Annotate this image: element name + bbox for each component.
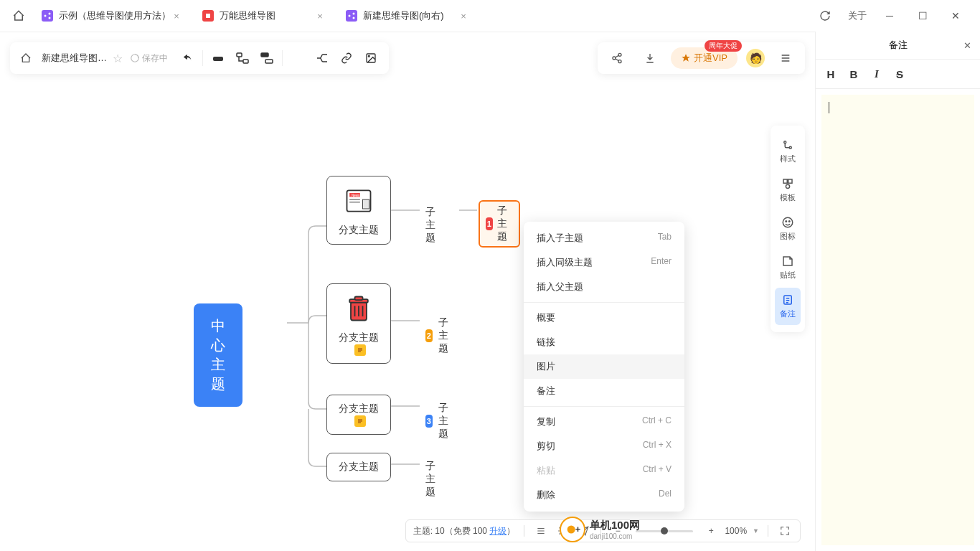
strike-button[interactable]: S: [889, 64, 910, 84]
separator: [524, 406, 684, 407]
menu-summary[interactable]: 概要: [524, 306, 684, 330]
tab-list: 示例（思维导图使用方法） × 万能思维导图 × 新建思维导图(向右) ×: [32, 0, 815, 32]
maximize-button[interactable]: ☐: [913, 6, 933, 26]
branch-label: 分支主题: [339, 331, 379, 343]
vip-button[interactable]: 开通VIP 周年大促: [671, 47, 738, 69]
menu-copy[interactable]: 复制Ctrl + C: [524, 410, 684, 434]
image-button[interactable]: [359, 46, 383, 70]
sub-node-4[interactable]: 子主题: [420, 457, 441, 501]
separator: [202, 50, 203, 66]
home-button[interactable]: [6, 3, 32, 29]
sidebar-item-style[interactable]: 样式: [775, 133, 801, 170]
svg-rect-31: [363, 199, 369, 209]
app-icon: [202, 10, 214, 22]
watermark-text-group: 单机100网 danji100.com: [590, 519, 640, 540]
menu-insert-child[interactable]: 插入子主题Tab: [524, 226, 684, 250]
svg-point-4: [353, 13, 355, 15]
fullscreen-button[interactable]: [777, 523, 793, 539]
central-node[interactable]: 中心主题: [194, 303, 242, 407]
heading-button[interactable]: H: [820, 64, 842, 84]
node-button[interactable]: [206, 46, 230, 70]
relation-button[interactable]: [286, 46, 310, 70]
tab-label: 新建思维导图(向右): [363, 9, 444, 22]
menu-cut[interactable]: 剪切Ctrl + X: [524, 434, 684, 458]
tab-new-mindmap[interactable]: 新建思维导图(向右) ×: [336, 3, 479, 29]
sidebar-item-icon[interactable]: 图标: [775, 210, 801, 248]
menu-button[interactable]: [773, 46, 798, 70]
menu-delete[interactable]: 删除Del: [524, 483, 684, 507]
sub-label: 子主题: [425, 206, 435, 245]
close-icon[interactable]: ×: [171, 10, 182, 22]
menu-paste[interactable]: 粘贴Ctrl + V: [524, 458, 684, 483]
bold-button[interactable]: B: [843, 64, 864, 84]
doc-title[interactable]: 新建思维导图(向...: [42, 52, 110, 65]
sidebar-item-label: 样式: [780, 154, 796, 164]
sub-node-3[interactable]: 3 子主题: [420, 399, 460, 443]
vip-badge: 周年大促: [705, 40, 742, 52]
sibling-node-button[interactable]: [255, 46, 279, 70]
home-icon[interactable]: [16, 48, 36, 68]
note-indicator-icon[interactable]: [354, 344, 366, 356]
context-menu: 插入子主题Tab 插入同级主题Enter 插入父主题 概要 链接 图片 备注 复…: [524, 222, 684, 512]
svg-point-21: [786, 184, 789, 188]
share-button[interactable]: [605, 46, 629, 70]
zoom-handle[interactable]: [661, 527, 668, 534]
link-button[interactable]: [334, 46, 359, 70]
save-status: 保存中: [130, 52, 168, 65]
svg-rect-11: [265, 60, 273, 63]
menu-link[interactable]: 链接: [524, 330, 684, 354]
sub-node-2[interactable]: 2 子主题: [420, 314, 460, 358]
toolbar-right: 开通VIP 周年大促 🧑: [598, 42, 805, 74]
badge-3: 3: [425, 415, 433, 428]
tab-example[interactable]: 示例（思维导图使用方法） ×: [32, 3, 192, 29]
minimize-button[interactable]: ─: [880, 6, 900, 26]
download-button[interactable]: [638, 46, 662, 70]
branch-node-4[interactable]: 分支主题: [326, 453, 391, 481]
outline-button[interactable]: [533, 523, 549, 539]
chevron-down-icon[interactable]: ▼: [753, 527, 759, 534]
svg-rect-34: [355, 297, 363, 301]
sub-node-1[interactable]: 子主题: [420, 203, 441, 248]
window-controls: 关于 ─ ☐ ✕: [815, 6, 974, 26]
avatar[interactable]: 🧑: [746, 49, 765, 67]
canvas[interactable]: 新建思维导图(向... ☆ 保存中 开通VIP 周年大促 🧑: [0, 32, 815, 551]
branch-node-1[interactable]: News 分支主题: [326, 176, 391, 245]
sub-label: 子主题: [497, 204, 513, 243]
close-icon[interactable]: ×: [458, 10, 469, 22]
svg-rect-20: [788, 179, 792, 183]
note-indicator-icon[interactable]: [354, 415, 366, 427]
sidebar-item-label: 图标: [780, 231, 796, 242]
close-icon[interactable]: ✕: [963, 40, 971, 51]
menu-insert-parent[interactable]: 插入父主题: [524, 275, 684, 299]
zoom-slider[interactable]: [636, 530, 693, 532]
zoom-in-button[interactable]: +: [703, 523, 719, 539]
undo-button[interactable]: [175, 46, 199, 70]
close-icon[interactable]: ×: [314, 10, 326, 22]
refresh-button[interactable]: [815, 6, 835, 26]
menu-image[interactable]: 图片: [524, 354, 684, 379]
notes-toolbar: H B I S: [816, 60, 980, 89]
watermark-text: 单机100网: [590, 519, 640, 531]
upgrade-link[interactable]: 升级: [489, 526, 507, 536]
sidebar-item-note[interactable]: 备注: [775, 288, 801, 325]
summary-button[interactable]: [310, 46, 334, 70]
sub-label: 子主题: [438, 316, 454, 355]
star-icon[interactable]: ☆: [113, 52, 123, 65]
about-button[interactable]: 关于: [848, 6, 867, 26]
sidebar-item-label: 模板: [780, 192, 796, 203]
svg-point-1: [49, 13, 51, 15]
tab-universal[interactable]: 万能思维导图 ×: [192, 3, 336, 29]
sub-node-1b[interactable]: 1 子主题: [479, 200, 520, 248]
sidebar-item-sticker[interactable]: 贴纸: [775, 249, 801, 286]
italic-button[interactable]: I: [866, 64, 887, 84]
notes-editor[interactable]: [821, 95, 974, 545]
svg-point-13: [368, 55, 369, 57]
menu-note[interactable]: 备注: [524, 379, 684, 403]
branch-node-2[interactable]: 分支主题: [326, 283, 391, 364]
menu-insert-sibling[interactable]: 插入同级主题Enter: [524, 250, 684, 275]
sidebar-item-template[interactable]: 模板: [775, 171, 801, 209]
child-node-button[interactable]: [230, 46, 255, 70]
branch-node-3[interactable]: 分支主题: [326, 395, 391, 435]
close-button[interactable]: ✕: [946, 6, 966, 26]
zoom-value: 100%: [725, 526, 747, 536]
